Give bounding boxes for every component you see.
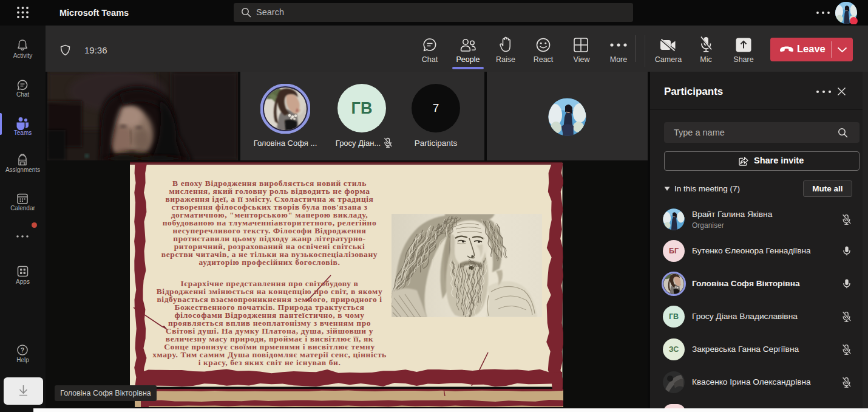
- svg-text:?: ?: [21, 346, 24, 354]
